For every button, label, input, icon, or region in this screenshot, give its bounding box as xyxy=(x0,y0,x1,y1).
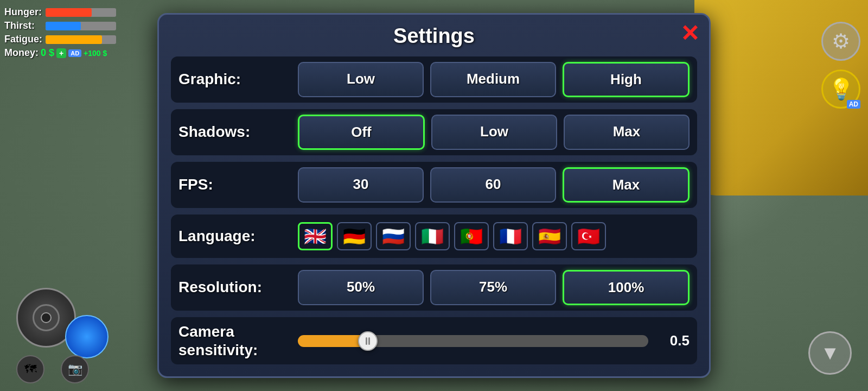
resolution-row: Resolution: 50% 75% 100% xyxy=(171,264,697,311)
graphic-medium-button[interactable]: Medium xyxy=(430,62,556,97)
resolution-label: Resolution: xyxy=(178,279,298,296)
modal-title: Settings xyxy=(171,24,697,48)
flag-de-button[interactable]: 🇩🇪 xyxy=(337,222,372,250)
resolution-100-button[interactable]: 100% xyxy=(563,270,690,305)
camera-sensitivity-value: 0.5 xyxy=(657,332,690,349)
fps-60-button[interactable]: 60 xyxy=(430,167,556,203)
fps-max-button[interactable]: Max xyxy=(563,167,690,203)
graphic-high-button[interactable]: High xyxy=(563,62,690,97)
graphic-options: Low Medium High xyxy=(298,62,690,97)
slider-dot-2 xyxy=(368,337,370,345)
slider-dot-1 xyxy=(366,337,367,345)
shadows-label: Shadows: xyxy=(178,123,298,141)
flag-es-button[interactable]: 🇪🇸 xyxy=(532,222,567,250)
flag-fr-button[interactable]: 🇫🇷 xyxy=(493,222,528,250)
shadows-off-button[interactable]: Off xyxy=(298,115,425,150)
flag-ru-button[interactable]: 🇷🇺 xyxy=(376,222,411,250)
language-label: Language: xyxy=(178,228,298,245)
resolution-50-button[interactable]: 50% xyxy=(298,270,424,305)
shadows-options: Off Low Max xyxy=(298,115,690,150)
flag-it-button[interactable]: 🇮🇹 xyxy=(415,222,450,250)
fps-options: 30 60 Max xyxy=(298,167,690,203)
resolution-75-button[interactable]: 75% xyxy=(430,270,556,305)
fps-row: FPS: 30 60 Max xyxy=(171,162,697,208)
graphic-low-button[interactable]: Low xyxy=(298,62,424,97)
slider-thumb-dots xyxy=(366,337,370,345)
close-button[interactable]: ✕ xyxy=(680,22,699,45)
fps-label: FPS: xyxy=(178,176,298,193)
modal-overlay: Settings ✕ Graphic: Low Medium High Shad… xyxy=(0,0,868,391)
graphic-row: Graphic: Low Medium High xyxy=(171,56,697,103)
resolution-options: 50% 75% 100% xyxy=(298,270,690,305)
shadows-row: Shadows: Off Low Max xyxy=(171,109,697,155)
graphic-label: Graphic: xyxy=(178,71,298,88)
fps-30-button[interactable]: 30 xyxy=(298,167,424,203)
slider-thumb[interactable] xyxy=(358,331,378,351)
slider-container: 0.5 xyxy=(298,332,690,349)
settings-modal: Settings ✕ Graphic: Low Medium High Shad… xyxy=(157,13,711,378)
flag-tr-button[interactable]: 🇹🇷 xyxy=(571,222,606,250)
flag-pt-button[interactable]: 🇵🇹 xyxy=(454,222,489,250)
language-row: Language: 🇬🇧 🇩🇪 🇷🇺 🇮🇹 🇵🇹 🇫🇷 🇪🇸 🇹🇷 xyxy=(171,215,697,258)
camera-sensitivity-row: Camerasensitivity: 0.5 xyxy=(171,317,697,364)
flag-en-button[interactable]: 🇬🇧 xyxy=(298,222,333,250)
camera-sensitivity-label: Camerasensitivity: xyxy=(178,323,298,359)
shadows-max-button[interactable]: Max xyxy=(564,115,690,150)
shadows-low-button[interactable]: Low xyxy=(431,115,557,150)
flags-group: 🇬🇧 🇩🇪 🇷🇺 🇮🇹 🇵🇹 🇫🇷 🇪🇸 🇹🇷 xyxy=(298,222,690,250)
slider-track xyxy=(298,335,648,347)
